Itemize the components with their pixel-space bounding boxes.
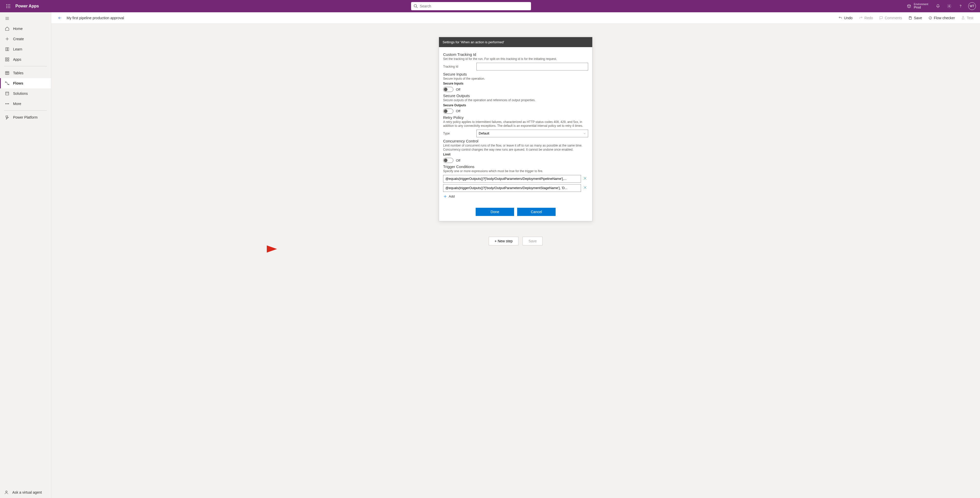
tracking-id-input[interactable]	[476, 63, 588, 70]
comments-button[interactable]: Comments	[877, 13, 905, 22]
svg-point-0	[6, 4, 7, 5]
sidebar-item-solutions[interactable]: Solutions	[0, 88, 51, 98]
undo-button[interactable]: Undo	[836, 13, 855, 22]
flow-icon	[5, 81, 10, 86]
retry-type-select[interactable]	[476, 130, 588, 137]
close-icon	[583, 176, 587, 180]
hamburger-icon	[5, 16, 10, 21]
flask-icon	[961, 16, 965, 20]
svg-point-8	[10, 8, 10, 8]
tracking-label: Tracking Id	[443, 65, 476, 68]
environment-picker[interactable]: Environment Prod	[903, 0, 932, 12]
comment-icon	[879, 16, 883, 20]
app-header: Power Apps Environment Prod WT	[0, 0, 980, 12]
undo-icon	[838, 16, 842, 20]
settings-card-footer: Done Cancel	[443, 208, 588, 216]
sidebar-item-learn[interactable]: Learn	[0, 44, 51, 54]
sidebar-item-label: Apps	[13, 57, 21, 62]
user-avatar[interactable]: WT	[968, 2, 976, 10]
svg-rect-20	[5, 60, 7, 61]
svg-point-3	[6, 6, 7, 7]
svg-point-2	[10, 4, 10, 5]
powerplatform-icon	[5, 115, 10, 120]
secure-inputs-state: Off	[456, 87, 460, 92]
waffle-button[interactable]	[2, 0, 14, 12]
command-bar: My first pipeline production approval Un…	[51, 12, 980, 24]
secure-inputs-sublabel: Secure Inputs	[443, 82, 588, 85]
sidebar: Home Create Learn Apps Tables Flows Solu…	[0, 12, 51, 498]
bell-icon	[935, 4, 940, 8]
sidebar-item-label: Tables	[13, 71, 23, 75]
save-button[interactable]: Save	[906, 13, 924, 22]
secure-inputs-desc: Secure inputs of the operation.	[443, 77, 588, 81]
svg-rect-22	[5, 71, 9, 75]
secure-inputs-toggle[interactable]	[443, 87, 453, 92]
annotation-arrow-icon	[232, 244, 278, 254]
trigger-condition-delete[interactable]	[583, 176, 588, 181]
trigger-condition-delete[interactable]	[583, 186, 588, 190]
svg-rect-19	[8, 58, 9, 59]
sidebar-item-more[interactable]: More	[0, 98, 51, 109]
svg-point-33	[6, 491, 7, 492]
trigger-condition-add[interactable]: Add	[443, 194, 588, 198]
done-button[interactable]: Done	[476, 208, 514, 216]
sidebar-item-label: Power Platform	[13, 115, 38, 119]
search-input[interactable]	[420, 4, 528, 8]
notifications-button[interactable]	[933, 0, 943, 12]
svg-point-11	[949, 6, 950, 7]
trigger-condition-input[interactable]	[443, 175, 581, 182]
flow-checker-button[interactable]: Flow checker	[926, 13, 958, 22]
svg-rect-21	[8, 60, 9, 61]
concurrency-state: Off	[456, 159, 460, 162]
gear-icon	[947, 4, 951, 8]
settings-button[interactable]	[944, 0, 955, 12]
trigger-title: Trigger Conditions	[443, 165, 588, 169]
svg-rect-18	[5, 58, 7, 59]
sidebar-item-create[interactable]: Create	[0, 34, 51, 44]
app-brand: Power Apps	[15, 4, 39, 8]
sidebar-item-home[interactable]: Home	[0, 24, 51, 34]
svg-line-10	[416, 7, 417, 8]
checker-icon	[928, 16, 932, 20]
canvas-save-button[interactable]: Save	[523, 237, 542, 246]
sidebar-item-flows[interactable]: Flows	[0, 78, 51, 88]
book-icon	[5, 47, 10, 51]
concurrency-desc: Limit number of concurrent runs of the f…	[443, 144, 588, 152]
svg-point-7	[8, 8, 9, 8]
trigger-condition-input[interactable]	[443, 184, 581, 192]
virtual-agent-button[interactable]: Ask a virtual agent	[0, 487, 51, 498]
search-box[interactable]	[411, 2, 531, 10]
sidebar-hamburger[interactable]	[0, 13, 51, 24]
test-button[interactable]: Test	[958, 13, 976, 22]
settings-card: Settings for 'When an action is performe…	[439, 37, 592, 221]
redo-button[interactable]: Redo	[856, 13, 875, 22]
secure-outputs-toggle[interactable]	[443, 109, 453, 114]
svg-point-31	[7, 103, 8, 104]
sidebar-item-label: Solutions	[13, 92, 28, 95]
svg-point-4	[8, 6, 9, 7]
new-step-button[interactable]: + New step	[489, 237, 519, 246]
tracking-title: Custom Tracking Id	[443, 52, 588, 57]
sidebar-item-label: Flows	[13, 81, 23, 85]
waffle-icon	[6, 4, 10, 8]
back-arrow-icon	[58, 16, 62, 20]
add-label: Add	[449, 194, 455, 198]
sidebar-item-tables[interactable]: Tables	[0, 68, 51, 78]
sidebar-item-label: More	[13, 102, 21, 106]
page-title: My first pipeline production approval	[67, 16, 124, 20]
plus-icon	[443, 194, 447, 198]
main-area: My first pipeline production approval Un…	[51, 12, 980, 498]
svg-point-1	[8, 4, 9, 5]
sidebar-item-label: Learn	[13, 47, 22, 51]
help-button[interactable]	[955, 0, 966, 12]
sidebar-item-power-platform[interactable]: Power Platform	[0, 112, 51, 122]
retry-title: Retry Policy	[443, 115, 588, 120]
cancel-button[interactable]: Cancel	[517, 208, 555, 216]
concurrency-title: Concurrency Control	[443, 139, 588, 143]
trigger-desc: Specify one or more expressions which mu…	[443, 169, 588, 173]
more-icon	[5, 102, 10, 106]
sidebar-item-apps[interactable]: Apps	[0, 54, 51, 65]
concurrency-toggle[interactable]	[443, 158, 453, 163]
back-button[interactable]	[56, 13, 65, 22]
solutions-icon	[5, 91, 10, 96]
